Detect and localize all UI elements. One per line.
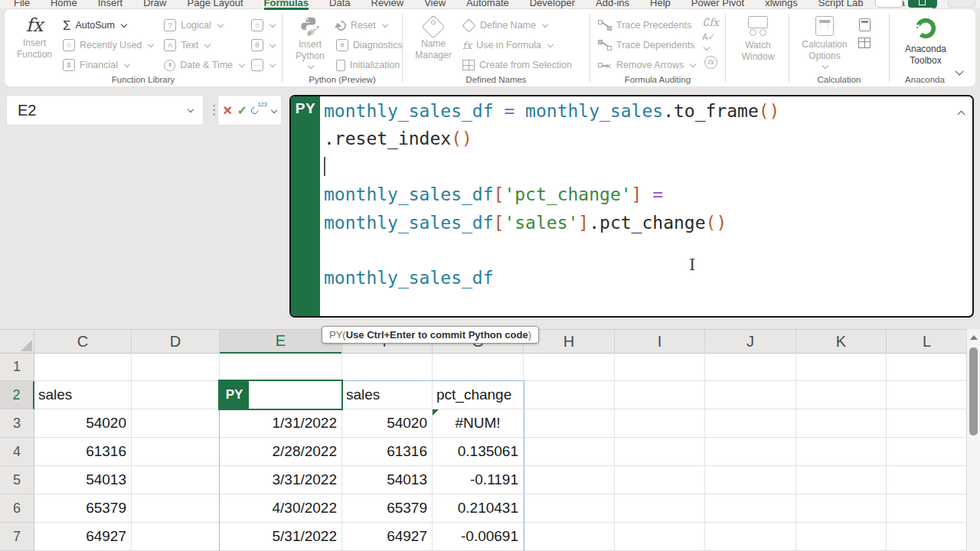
cell-I3[interactable]: [615, 409, 705, 438]
tab-help[interactable]: Help: [650, 0, 671, 10]
cell-L2[interactable]: [887, 381, 966, 409]
select-all-button[interactable]: [0, 330, 34, 354]
row-header-7[interactable]: 7: [0, 523, 34, 551]
tab-file[interactable]: File: [14, 0, 30, 10]
cell-D1[interactable]: [132, 353, 220, 381]
cell-E1[interactable]: [220, 353, 342, 381]
tab-review[interactable]: Review: [371, 0, 404, 10]
cell-L7[interactable]: [887, 523, 966, 551]
cell-I5[interactable]: [615, 466, 705, 494]
column-header-J[interactable]: J: [705, 330, 796, 354]
tab-power-pivot[interactable]: Power Pivot: [691, 0, 744, 10]
cell-L1[interactable]: [887, 353, 966, 381]
cell-C5[interactable]: 54013: [34, 466, 132, 494]
cell-E4[interactable]: 2/28/2022: [220, 438, 342, 466]
row-header-3[interactable]: 3: [0, 409, 34, 438]
scroll-up-icon[interactable]: [970, 335, 978, 340]
cell-J3[interactable]: [705, 409, 796, 438]
cell-K3[interactable]: [796, 409, 887, 438]
row-header-5[interactable]: 5: [0, 466, 34, 494]
cell-C1[interactable]: [34, 353, 132, 381]
tab-insert[interactable]: Insert: [98, 0, 123, 10]
cell-F3[interactable]: 54020: [342, 409, 433, 438]
cell-I7[interactable]: [615, 523, 705, 551]
chevron-down-icon[interactable]: [271, 107, 277, 113]
cell-F4[interactable]: 61316: [342, 438, 433, 466]
cell-K7[interactable]: [796, 523, 887, 551]
cell-F2[interactable]: sales: [342, 381, 433, 409]
cell-C7[interactable]: 64927: [34, 523, 132, 551]
cell-I4[interactable]: [615, 438, 705, 466]
cell-K5[interactable]: [796, 466, 887, 494]
cell-D2[interactable]: [132, 381, 220, 409]
cell-G2[interactable]: pct_change: [433, 381, 524, 409]
anaconda-toolbox-button[interactable]: Anaconda Toolbox: [898, 15, 953, 67]
cell-H3[interactable]: [524, 409, 615, 438]
tab-add-ins[interactable]: Add-ins: [596, 0, 629, 10]
active-cell-E2[interactable]: PY: [218, 380, 343, 410]
tab-formulas[interactable]: Formulas: [264, 0, 309, 10]
tab-page-layout[interactable]: Page Layout: [188, 0, 243, 10]
column-header-K[interactable]: K: [796, 330, 887, 354]
row-header-2[interactable]: 2: [0, 381, 34, 409]
cell-J6[interactable]: [705, 494, 796, 523]
collapse-formula-bar-button[interactable]: [959, 106, 964, 120]
cell-J7[interactable]: [705, 523, 796, 551]
python-formula-editor[interactable]: PY monthly_sales_df = monthly_sales.to_f…: [289, 95, 974, 318]
cell-J1[interactable]: [705, 353, 796, 381]
collapse-ribbon-button[interactable]: [954, 64, 963, 77]
cell-L6[interactable]: [887, 494, 966, 523]
cell-I1[interactable]: [615, 353, 705, 381]
tab-view[interactable]: View: [424, 0, 446, 10]
cell-F6[interactable]: 65379: [342, 494, 433, 523]
cell-C3[interactable]: 54020: [34, 409, 132, 438]
vertical-scrollbar[interactable]: [966, 329, 980, 551]
cell-J5[interactable]: [705, 466, 796, 494]
cell-G7[interactable]: -0.00691: [433, 523, 524, 551]
cell-H1[interactable]: [524, 353, 615, 381]
convert-to-value-icon[interactable]: 123: [251, 105, 268, 116]
cancel-icon[interactable]: ✕: [223, 103, 233, 118]
tab-xlwings[interactable]: xlwings: [765, 0, 798, 10]
cell-K4[interactable]: [796, 438, 887, 466]
cell-L5[interactable]: [887, 466, 966, 494]
cell-C4[interactable]: 61316: [34, 438, 132, 466]
cell-K2[interactable]: [796, 381, 887, 409]
cell-E5[interactable]: 3/31/2022: [220, 466, 342, 494]
tab-script-lab[interactable]: Script Lab: [818, 0, 864, 10]
cell-F1[interactable]: [342, 353, 433, 381]
cell-L4[interactable]: [887, 438, 966, 466]
name-box-dropdown-icon[interactable]: [188, 106, 194, 112]
enter-icon[interactable]: ✓: [237, 103, 247, 118]
cell-E6[interactable]: 4/30/2022: [220, 494, 342, 523]
name-box[interactable]: E2: [6, 95, 204, 126]
cell-D5[interactable]: [132, 466, 220, 494]
cell-C2[interactable]: sales: [34, 381, 132, 409]
scrollbar-thumb[interactable]: [969, 347, 978, 435]
cell-G6[interactable]: 0.210431: [433, 494, 524, 523]
cell-J2[interactable]: [705, 381, 796, 409]
tab-draw[interactable]: Draw: [143, 0, 166, 10]
cell-H7[interactable]: [524, 523, 615, 551]
comments-button[interactable]: [875, 0, 903, 8]
tab-developer[interactable]: Developer: [530, 0, 575, 10]
cell-C6[interactable]: 65379: [34, 494, 132, 523]
cell-F7[interactable]: 64927: [342, 523, 433, 551]
column-header-L[interactable]: L: [887, 330, 966, 354]
tab-automate[interactable]: Automate: [466, 0, 509, 10]
row-header-6[interactable]: 6: [0, 494, 34, 523]
share-button[interactable]: [908, 0, 937, 8]
cell-H4[interactable]: [524, 438, 615, 466]
tab-data[interactable]: Data: [329, 0, 350, 10]
cell-H5[interactable]: [524, 466, 615, 494]
cell-G3[interactable]: #NUM!: [433, 409, 524, 438]
cell-D7[interactable]: [132, 523, 220, 551]
cell-H2[interactable]: [524, 381, 615, 409]
cell-G1[interactable]: [433, 353, 524, 381]
row-header-1[interactable]: 1: [0, 353, 34, 381]
ribbon-display-options-button[interactable]: [948, 0, 975, 8]
row-header-4[interactable]: 4: [0, 438, 34, 466]
column-header-I[interactable]: I: [615, 330, 705, 354]
cell-L3[interactable]: [887, 409, 966, 438]
tab-home[interactable]: Home: [51, 0, 77, 10]
